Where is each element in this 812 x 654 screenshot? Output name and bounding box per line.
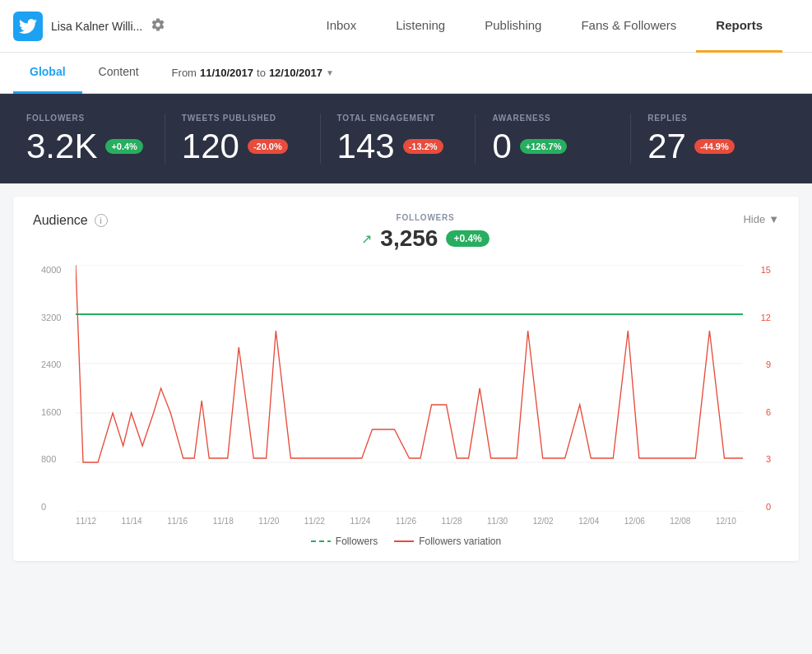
y-left-800: 800 — [41, 454, 72, 464]
stat-followers-row: 3.2K +0.4% — [26, 129, 148, 164]
stat-tweets-badge: -20.0% — [248, 139, 288, 154]
stat-tweets-row: 120 -20.0% — [182, 129, 304, 164]
followers-value-row: ↗ 3,256 +0.4% — [108, 225, 744, 252]
chevron-down-icon: ▼ — [326, 68, 334, 77]
x-label-1120: 11/20 — [258, 517, 279, 526]
x-label-1126: 11/26 — [396, 517, 416, 526]
x-label-1128: 11/28 — [442, 517, 462, 526]
stat-tweets-value: 120 — [182, 129, 239, 164]
y-left-4000: 4000 — [41, 265, 72, 275]
x-label-1122: 11/22 — [304, 517, 325, 526]
logo-area: Lisa Kalner Willi... — [13, 12, 169, 41]
nav-listening[interactable]: Listening — [376, 0, 465, 53]
followers-legend-label: Followers — [336, 536, 378, 547]
variation-line-sample — [394, 540, 414, 542]
stat-followers-label: FOLLOWERS — [26, 114, 148, 123]
stat-followers-value: 3.2K — [26, 129, 97, 164]
nav-publishing[interactable]: Publishing — [465, 0, 561, 53]
y-right-15: 15 — [746, 265, 771, 275]
legend-variation: Followers variation — [394, 536, 501, 547]
stats-banner: FOLLOWERS 3.2K +0.4% TWEETS PUBLISHED 12… — [0, 94, 812, 183]
stat-awareness-label: AWARENESS — [492, 114, 614, 123]
chart-legend: Followers Followers variation — [41, 536, 771, 547]
tab-global[interactable]: Global — [13, 53, 82, 94]
audience-header: Audience i FOLLOWERS ↗ 3,256 +0.4% Hide … — [33, 213, 779, 252]
followers-change-badge: +0.4% — [446, 230, 489, 247]
stat-engagement-value: 143 — [337, 129, 395, 164]
audience-metric: FOLLOWERS ↗ 3,256 +0.4% — [108, 213, 744, 252]
stat-engagement-row: 143 -13.2% — [337, 129, 459, 164]
date-range-picker[interactable]: From 11/10/2017 to 12/10/2017 ▼ — [172, 67, 334, 79]
tab-content[interactable]: Content — [82, 53, 155, 94]
y-right-12: 12 — [746, 313, 771, 322]
stat-followers-badge: +0.4% — [105, 139, 143, 154]
stat-awareness: AWARENESS 0 +126.7% — [476, 114, 631, 164]
hide-label: Hide — [743, 213, 765, 225]
nav-fans[interactable]: Fans & Followers — [561, 0, 696, 53]
date-from: 11/10/2017 — [200, 67, 253, 79]
stat-replies-badge: -44.9% — [694, 139, 735, 154]
date-from-prefix: From — [172, 67, 197, 79]
x-label-1118: 11/18 — [213, 517, 234, 526]
followers-label: FOLLOWERS — [108, 213, 744, 222]
y-left-0: 0 — [41, 502, 72, 512]
x-label-1208: 12/08 — [670, 517, 690, 526]
hide-button[interactable]: Hide ▼ — [743, 213, 779, 225]
followers-count: 3,256 — [380, 225, 438, 252]
audience-title: Audience — [33, 213, 88, 228]
stat-followers: FOLLOWERS 3.2K +0.4% — [26, 114, 165, 164]
settings-button[interactable] — [147, 14, 169, 38]
x-label-1204: 12/04 — [578, 517, 599, 526]
account-name: Lisa Kalner Willi... — [51, 20, 142, 33]
header: Lisa Kalner Willi... Inbox Listening Pub… — [0, 0, 812, 53]
legend-followers: Followers — [311, 536, 378, 547]
x-label-1206: 12/06 — [624, 517, 645, 526]
nav-reports[interactable]: Reports — [696, 0, 782, 53]
main-nav: Inbox Listening Publishing Fans & Follow… — [185, 0, 782, 53]
x-label-1114: 11/14 — [122, 517, 142, 526]
stat-replies-value: 27 — [647, 129, 686, 164]
audience-section: Audience i FOLLOWERS ↗ 3,256 +0.4% Hide … — [13, 197, 799, 561]
chevron-down-icon: ▼ — [768, 213, 779, 225]
audience-title-group: Audience i — [33, 213, 108, 228]
y-right-6: 6 — [746, 407, 771, 417]
stat-awareness-value: 0 — [492, 129, 511, 164]
stat-awareness-badge: +126.7% — [520, 139, 568, 154]
stat-tweets-label: TWEETS PUBLISHED — [182, 114, 304, 123]
stat-engagement: TOTAL ENGAGEMENT 143 -13.2% — [321, 114, 476, 164]
variation-legend-label: Followers variation — [419, 536, 501, 547]
tabs-bar: Global Content From 11/10/2017 to 12/10/… — [0, 53, 812, 94]
x-label-1130: 11/30 — [487, 517, 508, 526]
x-label-1116: 11/16 — [167, 517, 188, 526]
x-label-1112: 11/12 — [76, 517, 96, 526]
stat-replies-row: 27 -44.9% — [647, 129, 769, 164]
y-left-1600: 1600 — [41, 407, 72, 417]
y-right-0: 0 — [746, 502, 771, 512]
date-to-text: to — [257, 67, 266, 79]
twitter-logo — [13, 12, 43, 41]
stat-engagement-label: TOTAL ENGAGEMENT — [337, 114, 459, 123]
chart-container: 4000 3200 2400 1600 800 0 15 12 9 6 3 0 — [33, 265, 779, 545]
stat-awareness-row: 0 +126.7% — [492, 129, 614, 164]
stat-replies-label: REPLIES — [647, 114, 769, 123]
y-left-2400: 2400 — [41, 359, 72, 369]
stat-tweets: TWEETS PUBLISHED 120 -20.0% — [165, 114, 321, 164]
x-label-1202: 12/02 — [533, 517, 554, 526]
x-label-1124: 11/24 — [350, 517, 370, 526]
y-right-3: 3 — [746, 454, 771, 464]
followers-line-sample — [311, 540, 331, 542]
arrow-up-icon: ↗ — [361, 231, 372, 247]
chart-svg — [76, 265, 743, 512]
y-right-9: 9 — [746, 359, 771, 369]
info-icon[interactable]: i — [95, 214, 108, 227]
nav-inbox[interactable]: Inbox — [306, 0, 376, 53]
date-to: 12/10/2017 — [269, 67, 322, 79]
y-left-3200: 3200 — [41, 313, 72, 322]
x-label-1210: 12/10 — [716, 517, 736, 526]
stat-replies: REPLIES 27 -44.9% — [631, 114, 786, 164]
stat-engagement-badge: -13.2% — [403, 139, 443, 154]
